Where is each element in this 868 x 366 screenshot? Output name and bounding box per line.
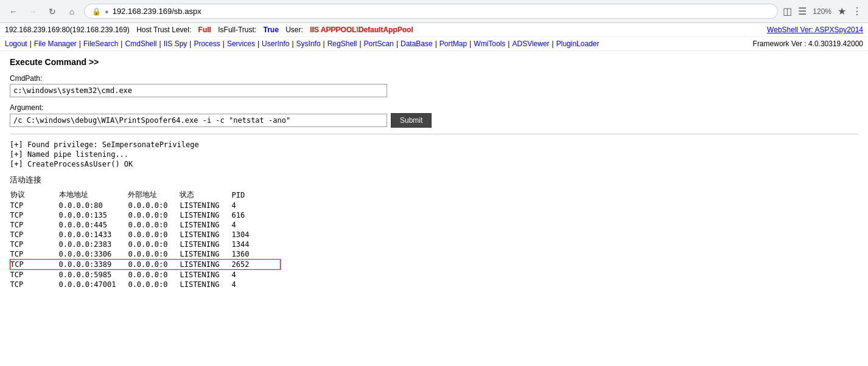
webshell-ver-link[interactable]: WebShell Ver: ASPXSpy2014 [767, 26, 863, 34]
nav-link-database[interactable]: DataBase [401, 40, 433, 48]
argument-input[interactable] [10, 114, 387, 127]
table-row: TCP0.0.0.0:59850.0.0.0:0LISTENING4 [10, 270, 281, 280]
cmdpath-input[interactable] [10, 84, 387, 97]
table-cell: LISTENING [180, 260, 231, 270]
table-row: TCP0.0.0.0:800.0.0.0:0LISTENING4 [10, 201, 281, 210]
table-cell: 0.0.0.0:0 [128, 210, 180, 220]
forward-button[interactable]: → [26, 4, 40, 19]
table-cell: TCP [10, 260, 59, 270]
nav-separator: | [359, 40, 361, 48]
address-input[interactable] [113, 7, 771, 16]
nav-separator: | [257, 40, 259, 48]
address-bar-container: 🔒 ● [84, 4, 778, 19]
ip-address: 192.168.239.169:80(192.168.239.169) [5, 26, 130, 34]
nav-separator: | [396, 40, 398, 48]
table-cell: 0.0.0.0:0 [128, 201, 180, 210]
nav-links: Logout | File Manager | FileSearch | Cmd… [5, 40, 599, 48]
table-row: TCP0.0.0.0:33060.0.0.0:0LISTENING1360 [10, 249, 281, 260]
trust-level: Full [198, 26, 211, 34]
nav-link-services[interactable]: Services [227, 40, 255, 48]
table-cell: 0.0.0.0:0 [128, 260, 180, 270]
table-cell: TCP [10, 201, 59, 210]
back-button[interactable]: ← [6, 4, 21, 19]
table-cell: 4 [231, 280, 280, 289]
table-cell: LISTENING [180, 220, 231, 230]
nav-link-iis-spy[interactable]: IIS Spy [164, 40, 187, 48]
table-cell: TCP [10, 220, 59, 230]
table-cell: 0.0.0.0:0 [128, 220, 180, 230]
submit-button[interactable]: Submit [391, 113, 432, 128]
main-content: Execute Command >> CmdPath: Argument: Su… [0, 51, 868, 295]
output-section: [+] Found privilege: SeImpersonatePrivil… [10, 140, 858, 168]
table-cell: 1304 [231, 230, 280, 240]
zoom-label: 120% [813, 7, 831, 16]
argument-group: Argument: Submit [10, 103, 858, 128]
divider [10, 134, 858, 134]
star-icon[interactable]: ★ [838, 5, 846, 17]
home-button[interactable]: ⌂ [65, 4, 79, 19]
table-cell: LISTENING [180, 249, 231, 260]
nav-link-portmap[interactable]: PortMap [439, 40, 467, 48]
table-cell: 0.0.0.0:0 [128, 249, 180, 260]
table-header: 本地地址 [59, 189, 128, 201]
table-cell: 0.0.0.0:5985 [59, 270, 128, 280]
nav-bar: Logout | File Manager | FileSearch | Cmd… [0, 37, 868, 51]
nav-separator: | [435, 40, 437, 48]
output-line: [+] Found privilege: SeImpersonatePrivil… [10, 140, 858, 149]
table-cell: LISTENING [180, 270, 231, 280]
nav-link-pluginloader[interactable]: PluginLoader [556, 40, 600, 48]
table-header: 状态 [180, 189, 231, 201]
nav-link-portscan[interactable]: PortScan [364, 40, 394, 48]
table-cell: 4 [231, 270, 280, 280]
nav-link-file-manager[interactable]: File Manager [34, 40, 77, 48]
table-cell: TCP [10, 249, 59, 260]
nav-link-wmitools[interactable]: WmiTools [474, 40, 505, 48]
reload-button[interactable]: ↻ [45, 4, 60, 19]
info-bar-left: 192.168.239.169:80(192.168.239.169) Host… [5, 26, 413, 34]
nav-separator: | [508, 40, 509, 48]
output-line: [+] Named pipe listening... [10, 150, 858, 159]
nav-separator: | [121, 40, 122, 48]
nav-link-userinfo[interactable]: UserInfo [262, 40, 289, 48]
table-cell: 0.0.0.0:0 [128, 280, 180, 289]
table-cell: LISTENING [180, 201, 231, 210]
table-cell: 0.0.0.0:0 [128, 240, 180, 249]
nav-separator: | [30, 40, 32, 48]
nav-separator: | [323, 40, 325, 48]
host-trust-label: Host Trust Level: [136, 26, 191, 34]
table-cell: 1344 [231, 240, 280, 249]
table-cell: 0.0.0.0:0 [128, 270, 180, 280]
nav-link-cmdshell[interactable]: CmdShell [125, 40, 156, 48]
table-cell: 0.0.0.0:3306 [59, 249, 128, 260]
table-cell: TCP [10, 210, 59, 220]
nav-separator: | [292, 40, 293, 48]
table-cell: 0.0.0.0:135 [59, 210, 128, 220]
nav-separator: | [552, 40, 554, 48]
extensions-icon[interactable]: ◫ [783, 5, 792, 17]
nav-link-logout[interactable]: Logout [5, 40, 27, 48]
table-cell: TCP [10, 240, 59, 249]
table-cell: TCP [10, 270, 59, 280]
table-cell: 2652 [231, 260, 280, 270]
section-title: Execute Command >> [10, 57, 858, 67]
cmdpath-group: CmdPath: [10, 74, 858, 97]
argument-row: Submit [10, 113, 858, 128]
nav-separator: | [469, 40, 471, 48]
nav-link-regshell[interactable]: RegShell [327, 40, 357, 48]
active-connections-heading: 活动连接 [10, 174, 858, 185]
nav-separator: | [159, 40, 161, 48]
lock-dot-icon: ● [105, 8, 109, 15]
nav-link-filesearch[interactable]: FileSearch [83, 40, 118, 48]
nav-link-adsviewer[interactable]: ADSViewer [512, 40, 549, 48]
nav-link-process[interactable]: Process [194, 40, 220, 48]
nav-link-sysinfo[interactable]: SysInfo [296, 40, 321, 48]
framework-ver: Framework Ver : 4.0.30319.42000 [753, 40, 863, 48]
table-cell: TCP [10, 230, 59, 240]
bookmarks-icon[interactable]: ☰ [798, 5, 807, 17]
menu-icon[interactable]: ⋮ [852, 5, 862, 17]
webshell-ver[interactable]: WebShell Ver: ASPXSpy2014 [767, 26, 863, 34]
table-row: TCP0.0.0.0:14330.0.0.0:0LISTENING1304 [10, 230, 281, 240]
table-cell: 1360 [231, 249, 280, 260]
table-row: TCP0.0.0.0:23830.0.0.0:0LISTENING1344 [10, 240, 281, 249]
table-cell: 616 [231, 210, 280, 220]
